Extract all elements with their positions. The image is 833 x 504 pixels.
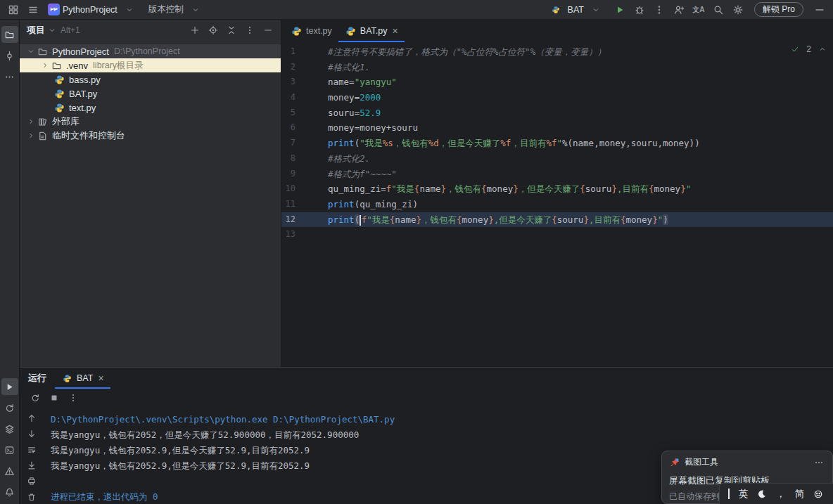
tab-label: BAT.py bbox=[360, 26, 388, 36]
project-panel-hide-button[interactable] bbox=[260, 22, 276, 38]
code-line-content: money=money+souru bbox=[328, 120, 833, 136]
run-button[interactable] bbox=[611, 1, 629, 18]
code-with-me-button[interactable] bbox=[670, 1, 688, 18]
app-icon[interactable] bbox=[4, 1, 23, 18]
ime-punctuation-toggle[interactable]: ， bbox=[776, 488, 786, 500]
run-config-name: BAT bbox=[568, 5, 584, 15]
popup-more-button[interactable] bbox=[813, 457, 825, 468]
chevron-up-icon[interactable] bbox=[818, 44, 827, 54]
line-number: 4 bbox=[281, 90, 328, 105]
code-line-10[interactable]: 10qu_ming_zi=f"我是{name}，钱包有{money}，但是今天赚… bbox=[281, 181, 833, 197]
code-line-12[interactable]: 12print(f"我是{name}，钱包有{money},但是今天赚了{sou… bbox=[281, 212, 833, 228]
more-actions-button[interactable] bbox=[650, 1, 668, 18]
tree-item-临时文件和控制台[interactable]: 临时文件和控制台 bbox=[20, 129, 281, 143]
tree-item-PythonProject[interactable]: PythonProjectD:\PythonProject bbox=[20, 44, 281, 58]
tool-project-button[interactable] bbox=[1, 26, 18, 43]
tree-item-label: text.py bbox=[69, 103, 96, 113]
code-line-6[interactable]: 6money=money+souru bbox=[281, 120, 833, 136]
ime-simplified-toggle[interactable]: 简 bbox=[795, 488, 805, 500]
code-line-8[interactable]: 8#格式化2. bbox=[281, 151, 833, 167]
scratch-icon bbox=[37, 130, 49, 141]
unlock-pro-button[interactable]: 解锁 Pro bbox=[754, 2, 803, 17]
code-line-11[interactable]: 11print(qu_ming_zi) bbox=[281, 197, 833, 212]
code-line-5[interactable]: 5souru=52.9 bbox=[281, 105, 833, 121]
text-caret bbox=[360, 215, 361, 226]
debug-button[interactable] bbox=[630, 1, 649, 18]
tool-terminal-button[interactable] bbox=[1, 441, 18, 458]
python-file-icon bbox=[53, 102, 65, 113]
line-number: 5 bbox=[281, 105, 328, 121]
line-number: 2 bbox=[281, 60, 328, 75]
vcs-widget[interactable]: 版本控制 bbox=[144, 1, 209, 18]
tool-python-packages-button[interactable] bbox=[1, 420, 18, 437]
tab-text.py[interactable]: text.py bbox=[284, 20, 338, 42]
code-line-content: #注意符号不要搞错了，格式为（"%占位符%占位符"%（变量，变量）） bbox=[328, 44, 833, 60]
ime-language-toggle[interactable]: 英 bbox=[739, 488, 749, 500]
code-editor[interactable]: 2 1#注意符号不要搞错了，格式为（"%占位符%占位符"%（变量，变量））2#格… bbox=[281, 42, 833, 367]
tool-more-button[interactable] bbox=[1, 68, 18, 85]
code-line-13[interactable]: 13 bbox=[281, 227, 833, 243]
inspections-widget[interactable]: 2 bbox=[790, 44, 827, 54]
rerun-button[interactable] bbox=[27, 390, 44, 406]
tree-item-.venv[interactable]: .venvlibrary根目录 bbox=[20, 58, 281, 72]
editor-tabs: text.pyBAT.py× bbox=[281, 20, 833, 42]
folder-icon bbox=[37, 46, 49, 57]
minimize-button[interactable] bbox=[810, 1, 829, 18]
project-panel-title[interactable]: 项目 bbox=[27, 24, 45, 37]
settings-button[interactable] bbox=[729, 1, 747, 18]
run-config-selector[interactable]: BAT bbox=[542, 1, 609, 18]
scroll-to-end-button[interactable] bbox=[23, 458, 40, 472]
tree-item-外部库[interactable]: 外部库 bbox=[20, 115, 281, 129]
tree-item-bass.py[interactable]: bass.py bbox=[20, 72, 281, 86]
tool-commit-button[interactable] bbox=[1, 47, 18, 64]
project-badge-icon: PP bbox=[48, 4, 60, 15]
code-line-content: #格式化1. bbox=[328, 60, 833, 75]
code-line-content: qu_ming_zi=f"我是{name}，钱包有{money}，但是今天赚了{… bbox=[328, 181, 833, 197]
project-panel-options-button[interactable] bbox=[241, 22, 258, 38]
python-file-icon bbox=[53, 74, 65, 85]
code-line-3[interactable]: 3name="yangyu" bbox=[281, 75, 833, 90]
main-menu-icon[interactable] bbox=[24, 1, 42, 18]
text-caret-icon bbox=[728, 489, 730, 499]
line-number: 6 bbox=[281, 120, 328, 136]
project-panel-select-opened-file-button[interactable] bbox=[205, 22, 222, 38]
line-number: 7 bbox=[281, 136, 328, 151]
code-line-content bbox=[328, 227, 833, 243]
project-panel-collapse-all-button[interactable] bbox=[223, 22, 240, 38]
smiley-icon[interactable] bbox=[813, 489, 823, 499]
python-file-icon bbox=[547, 1, 565, 18]
moon-icon[interactable] bbox=[757, 489, 767, 499]
tool-problems-button[interactable] bbox=[1, 463, 18, 479]
python-file-icon bbox=[345, 25, 357, 37]
stop-button[interactable] bbox=[46, 390, 63, 406]
more-button[interactable] bbox=[65, 390, 82, 406]
code-line-1[interactable]: 1#注意符号不要搞错了，格式为（"%占位符%占位符"%（变量，变量）） bbox=[281, 44, 833, 60]
close-icon[interactable]: × bbox=[393, 25, 398, 37]
pycharm-window: PP PythonProject 版本控制 BAT 文A 解锁 Pro bbox=[0, 0, 833, 504]
soft-wrap-button[interactable] bbox=[23, 443, 40, 457]
clear-button[interactable] bbox=[23, 490, 40, 504]
inspection-count: 2 bbox=[806, 44, 811, 54]
tab-BAT.py[interactable]: BAT.py× bbox=[338, 20, 405, 42]
libs-icon bbox=[37, 116, 49, 127]
print-button[interactable] bbox=[23, 474, 40, 488]
translate-button[interactable]: 文A bbox=[689, 1, 708, 18]
close-icon[interactable]: × bbox=[98, 373, 103, 384]
tree-item-text.py[interactable]: text.py bbox=[20, 101, 281, 115]
code-line-9[interactable]: 9#格式为f"~~~~" bbox=[281, 167, 833, 182]
run-tab-bat[interactable]: BAT × bbox=[55, 368, 110, 389]
project-panel-add-button[interactable] bbox=[186, 22, 203, 38]
to-top-button[interactable] bbox=[23, 411, 40, 425]
search-everywhere-button[interactable] bbox=[709, 1, 727, 18]
code-line-4[interactable]: 4money=2000 bbox=[281, 90, 833, 105]
tool-run-button[interactable] bbox=[1, 378, 18, 395]
project-selector[interactable]: PP PythonProject bbox=[44, 1, 143, 18]
chevron-down-icon bbox=[186, 1, 205, 18]
code-line-2[interactable]: 2#格式化1. bbox=[281, 60, 833, 75]
tool-notifications-button[interactable] bbox=[1, 484, 18, 500]
tool-services-button[interactable] bbox=[1, 399, 18, 416]
tree-item-BAT.py[interactable]: BAT.py bbox=[20, 86, 281, 101]
project-name: PythonProject bbox=[63, 5, 117, 15]
code-line-7[interactable]: 7print("我是%s，钱包有%d，但是今天赚了%f，目前有%f"%(name… bbox=[281, 136, 833, 151]
to-bottom-button[interactable] bbox=[23, 427, 40, 441]
